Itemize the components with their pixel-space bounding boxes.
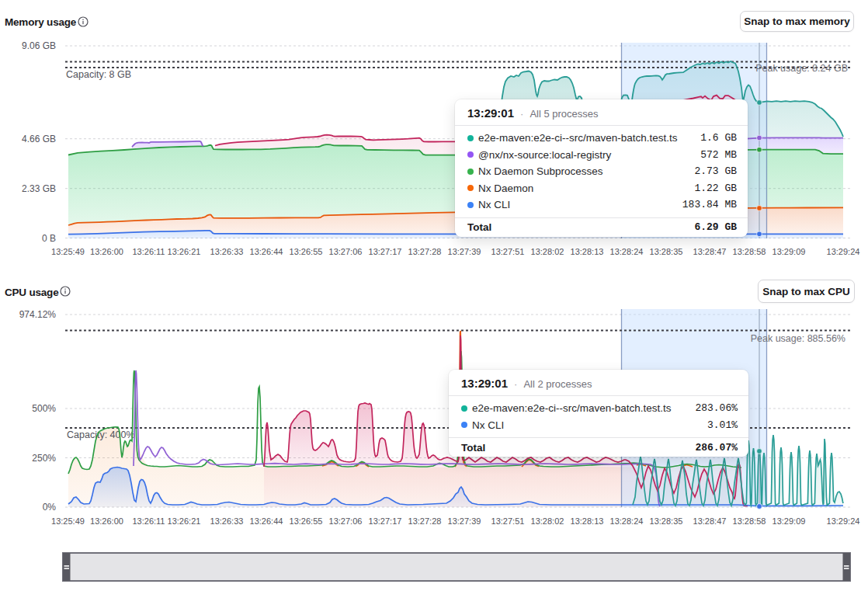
svg-text:13:27:06: 13:27:06 bbox=[329, 247, 363, 256]
svg-text:13:26:11: 13:26:11 bbox=[132, 516, 165, 526]
svg-text:13:26:00: 13:26:00 bbox=[90, 247, 123, 256]
svg-text:13:26:44: 13:26:44 bbox=[250, 247, 283, 256]
svg-text:13:27:28: 13:27:28 bbox=[408, 516, 442, 526]
svg-text:13:27:51: 13:27:51 bbox=[491, 247, 525, 256]
svg-text:13:27:39: 13:27:39 bbox=[448, 247, 481, 256]
svg-text:13:29:09: 13:29:09 bbox=[773, 247, 806, 256]
svg-text:13:28:13: 13:28:13 bbox=[571, 247, 604, 256]
svg-text:13:28:35: 13:28:35 bbox=[650, 516, 683, 526]
svg-text:13:27:17: 13:27:17 bbox=[369, 516, 402, 526]
svg-text:0 B: 0 B bbox=[42, 233, 56, 244]
svg-text:13:28:13: 13:28:13 bbox=[571, 516, 604, 526]
svg-text:13:27:28: 13:27:28 bbox=[408, 247, 442, 256]
svg-text:13:26:00: 13:26:00 bbox=[90, 516, 123, 526]
svg-text:13:26:44: 13:26:44 bbox=[250, 516, 283, 526]
svg-text:Capacity: 8 GB: Capacity: 8 GB bbox=[66, 69, 131, 80]
svg-text:0%: 0% bbox=[43, 502, 57, 513]
svg-text:13:28:02: 13:28:02 bbox=[531, 516, 564, 526]
svg-text:13:26:21: 13:26:21 bbox=[168, 247, 201, 256]
svg-text:13:27:39: 13:27:39 bbox=[448, 516, 481, 526]
svg-text:13:28:35: 13:28:35 bbox=[650, 247, 683, 256]
svg-text:13:28:24: 13:28:24 bbox=[610, 516, 644, 526]
svg-text:13:28:58: 13:28:58 bbox=[733, 247, 766, 256]
svg-text:13:26:11: 13:26:11 bbox=[132, 247, 165, 256]
svg-text:4.66 GB: 4.66 GB bbox=[22, 134, 56, 144]
svg-text:974.12%: 974.12% bbox=[19, 309, 57, 320]
svg-text:13:25:49: 13:25:49 bbox=[51, 516, 85, 526]
svg-text:13:28:47: 13:28:47 bbox=[693, 247, 727, 256]
svg-text:13:27:17: 13:27:17 bbox=[369, 247, 402, 256]
svg-text:13:28:02: 13:28:02 bbox=[531, 247, 564, 256]
svg-text:13:26:33: 13:26:33 bbox=[210, 247, 244, 256]
svg-text:13:29:09: 13:29:09 bbox=[773, 516, 806, 526]
svg-text:13:29:24: 13:29:24 bbox=[827, 516, 860, 526]
svg-text:13:28:24: 13:28:24 bbox=[610, 247, 644, 256]
svg-text:13:26:55: 13:26:55 bbox=[290, 247, 323, 256]
svg-text:Peak usage: 8.24 GB: Peak usage: 8.24 GB bbox=[755, 63, 848, 74]
svg-text:13:26:33: 13:26:33 bbox=[210, 516, 244, 526]
svg-text:13:28:47: 13:28:47 bbox=[693, 516, 727, 526]
svg-text:Peak usage: 885.56%: Peak usage: 885.56% bbox=[751, 333, 845, 344]
svg-text:13:26:55: 13:26:55 bbox=[290, 516, 323, 526]
svg-text:13:28:58: 13:28:58 bbox=[733, 516, 766, 526]
svg-text:13:27:06: 13:27:06 bbox=[329, 516, 363, 526]
svg-text:9.06 GB: 9.06 GB bbox=[22, 40, 56, 51]
svg-text:13:29:24: 13:29:24 bbox=[827, 247, 860, 256]
svg-text:250%: 250% bbox=[32, 453, 56, 464]
svg-text:2.33 GB: 2.33 GB bbox=[22, 183, 56, 194]
svg-text:13:25:49: 13:25:49 bbox=[51, 247, 85, 256]
svg-text:13:27:51: 13:27:51 bbox=[491, 516, 525, 526]
svg-text:500%: 500% bbox=[32, 403, 56, 414]
svg-text:13:26:21: 13:26:21 bbox=[168, 516, 201, 526]
